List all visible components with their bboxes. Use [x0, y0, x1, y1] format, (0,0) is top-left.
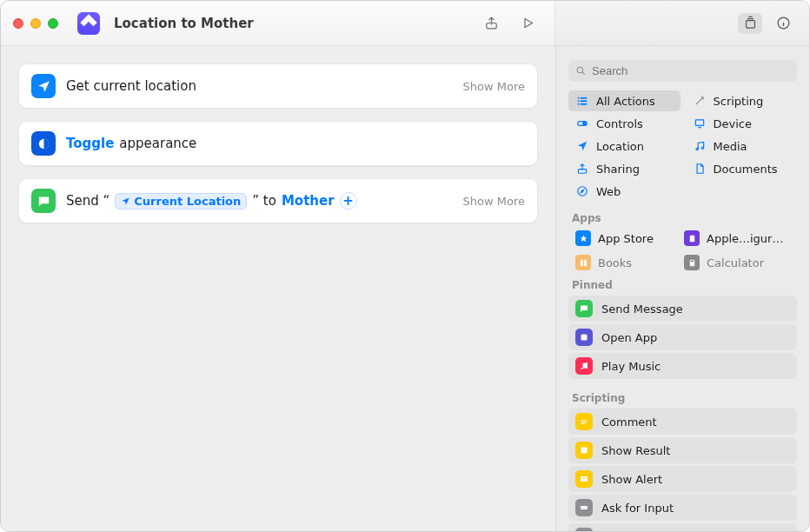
apps-grid: App Store Apple…igurator Books Calculato…	[565, 227, 800, 274]
share-button[interactable]	[476, 11, 506, 36]
pinned-open-app[interactable]: Open App	[568, 324, 797, 350]
list-item-label: Show Result	[601, 444, 670, 457]
svg-point-23	[586, 367, 588, 369]
appearance-icon	[31, 131, 56, 156]
svg-rect-24	[581, 420, 588, 421]
messages-icon	[31, 189, 56, 213]
scripting-show-alert[interactable]: Show Alert	[568, 466, 797, 492]
app-store-icon	[575, 230, 591, 246]
scripting-show-result[interactable]: Show Result	[568, 437, 797, 463]
app-apple-configurator[interactable]: Apple…igurator	[677, 227, 797, 249]
sidebar-toolbar	[555, 1, 809, 46]
location-icon	[575, 139, 589, 153]
svg-rect-8	[581, 100, 588, 102]
category-documents[interactable]: Documents	[686, 158, 798, 179]
app-books[interactable]: Books	[568, 251, 672, 274]
svg-rect-10	[581, 103, 588, 105]
pinned-play-music[interactable]: Play Music	[568, 353, 797, 379]
configurator-icon	[684, 230, 700, 246]
svg-rect-20	[690, 260, 694, 261]
music-icon	[575, 357, 593, 375]
category-sharing[interactable]: Sharing	[568, 158, 681, 179]
recipient-link[interactable]: Mother	[282, 193, 335, 209]
action-send-message[interactable]: Send “ Current Location ” to Mother + Sh…	[18, 178, 538, 223]
pinned-send-message[interactable]: Send Message	[568, 296, 797, 322]
device-icon	[693, 116, 707, 130]
app-app-store[interactable]: App Store	[568, 227, 672, 249]
scripting-count[interactable]: Σ Count	[568, 523, 797, 531]
app-label: Apple…igurator	[707, 232, 790, 245]
list-item-label: Show Alert	[601, 473, 662, 486]
scripting-comment[interactable]: Comment	[568, 409, 797, 435]
toggle-link[interactable]: Toggle	[66, 136, 114, 151]
svg-rect-21	[581, 335, 588, 341]
scripting-list: Comment Show Result Show Alert Ask for I…	[565, 407, 800, 531]
svg-rect-9	[578, 103, 580, 105]
action-toggle-appearance[interactable]: Toggle appearance	[18, 121, 538, 166]
svg-rect-31	[582, 508, 583, 509]
category-web[interactable]: Web	[568, 181, 681, 202]
maximize-button[interactable]	[48, 18, 58, 29]
svg-rect-30	[581, 506, 588, 509]
category-location[interactable]: Location	[568, 136, 681, 156]
action-suffix: appearance	[119, 136, 196, 151]
category-all-actions[interactable]: All Actions	[568, 90, 681, 111]
safari-icon	[575, 184, 589, 198]
svg-rect-7	[578, 100, 580, 102]
category-label: Controls	[596, 117, 643, 130]
library-toggle-button[interactable]	[738, 13, 762, 34]
category-label: Web	[596, 185, 621, 198]
variable-current-location[interactable]: Current Location	[115, 193, 247, 209]
send-mid: ” to	[252, 193, 276, 209]
add-recipient-button[interactable]: +	[340, 192, 357, 209]
action-get-current-location[interactable]: Get current location Show More	[18, 63, 538, 109]
titlebar: Location to Mother	[1, 1, 555, 46]
svg-point-17	[578, 187, 588, 196]
show-more-button[interactable]: Show More	[463, 80, 525, 93]
list-item-label: Ask for Input	[601, 502, 674, 515]
scripting-ask-for-input[interactable]: Ask for Input	[568, 495, 797, 521]
apps-header: Apps	[565, 207, 800, 227]
show-more-button[interactable]: Show More	[463, 195, 525, 208]
location-arrow-icon	[31, 74, 56, 98]
document-icon	[693, 162, 707, 176]
input-icon	[575, 499, 593, 516]
minimize-button[interactable]	[30, 18, 41, 29]
svg-point-4	[577, 67, 583, 73]
close-button[interactable]	[13, 18, 23, 29]
category-device[interactable]: Device	[686, 113, 798, 134]
search-input[interactable]	[592, 64, 790, 77]
wand-icon	[693, 94, 707, 108]
run-button[interactable]	[513, 11, 542, 36]
search-field[interactable]	[568, 60, 797, 82]
category-label: Sharing	[596, 163, 640, 176]
svg-rect-27	[581, 448, 588, 454]
comment-icon	[575, 413, 593, 430]
app-label: Books	[598, 256, 632, 269]
svg-point-22	[581, 368, 583, 369]
workflow-canvas[interactable]: Get current location Show More Toggle ap…	[1, 46, 555, 531]
toggle-icon	[575, 116, 589, 130]
svg-rect-25	[581, 422, 588, 422]
list-item-label: Play Music	[601, 360, 661, 373]
svg-rect-1	[746, 21, 754, 29]
sigma-icon: Σ	[575, 528, 593, 531]
actions-library-sidebar: All Actions Scripting Controls Device	[555, 46, 809, 531]
category-controls[interactable]: Controls	[568, 113, 681, 134]
app-calculator[interactable]: Calculator	[677, 251, 797, 274]
list-item-label: Comment	[601, 416, 657, 429]
info-button[interactable]	[771, 13, 795, 34]
alert-icon	[575, 470, 593, 488]
svg-point-14	[695, 148, 697, 150]
list-item-label: Send Message	[601, 303, 683, 316]
scripting-header: Scripting	[565, 387, 800, 407]
category-media[interactable]: Media	[686, 136, 798, 156]
svg-rect-29	[582, 478, 586, 479]
share-icon	[575, 162, 589, 176]
list-item-label: Count	[601, 530, 635, 532]
category-label: All Actions	[596, 95, 655, 108]
category-scripting[interactable]: Scripting	[686, 90, 798, 111]
pinned-list: Send Message Open App Play Music	[565, 294, 800, 387]
result-icon	[575, 442, 593, 459]
content-area: Get current location Show More Toggle ap…	[1, 46, 809, 531]
